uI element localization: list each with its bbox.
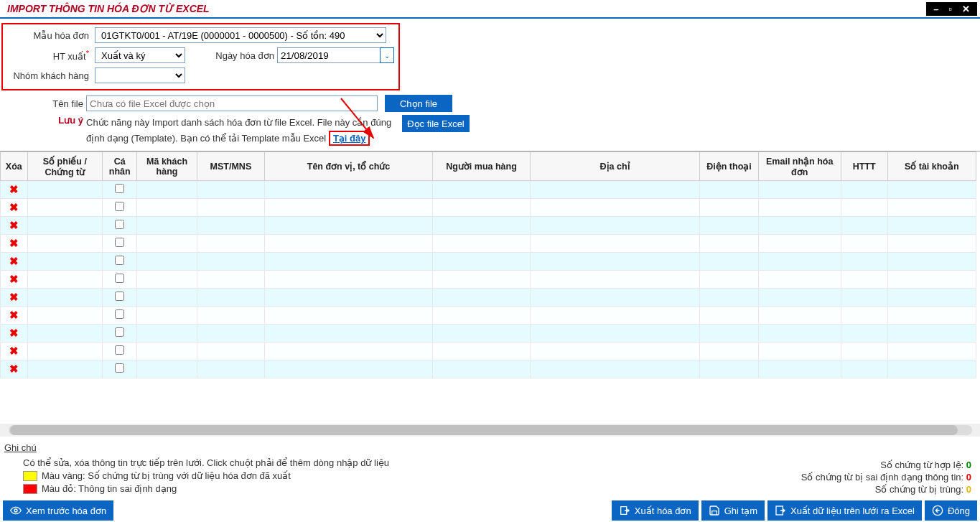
excel-export-icon (775, 505, 786, 516)
label-ten-file: Tên file (1, 98, 83, 109)
delete-row-icon[interactable]: ✖ (9, 309, 19, 321)
date-picker-button[interactable]: ⌄ (380, 47, 394, 63)
btn-ghi-tam[interactable]: Ghi tạm (701, 500, 765, 521)
save-icon (709, 505, 720, 516)
delete-row-icon[interactable]: ✖ (9, 291, 19, 303)
table-row[interactable]: ✖ (1, 217, 976, 235)
delete-row-icon[interactable]: ✖ (9, 201, 19, 213)
input-ten-file (86, 95, 378, 111)
link-tai-day[interactable]: Tại đây (329, 131, 370, 146)
label-luu-y: Lưu ý (1, 115, 83, 126)
checkbox-ca-nhan[interactable] (115, 327, 124, 337)
maximize-icon[interactable]: ▫ (948, 4, 952, 14)
checkbox-ca-nhan[interactable] (115, 363, 124, 373)
table-row[interactable]: ✖ (1, 342, 976, 360)
table-row[interactable]: ✖ (1, 307, 976, 325)
col-header[interactable]: HTTT (841, 152, 887, 181)
btn-dong[interactable]: Đóng (925, 500, 977, 521)
col-header[interactable]: Xóa (1, 152, 28, 181)
btn-xuat-excel[interactable]: Xuất dữ liệu trên lưới ra Excel (767, 500, 922, 521)
stats-panel: Số chứng từ hợp lệ: 0 Số chứng từ bị sai… (801, 458, 971, 496)
checkbox-ca-nhan[interactable] (115, 292, 124, 301)
delete-row-icon[interactable]: ✖ (9, 363, 19, 375)
select-nhom-khach-hang[interactable] (95, 67, 185, 83)
col-header[interactable]: Người mua hàng (433, 152, 531, 181)
input-ngay-hoa-don[interactable] (277, 47, 381, 63)
select-mau-hoa-don[interactable]: 01GTKT0/001 - AT/19E (0000001 - 0000500)… (95, 27, 386, 43)
minimize-icon[interactable]: – (933, 4, 938, 14)
checkbox-ca-nhan[interactable] (115, 184, 124, 193)
stat-sai-dinh-dang: 0 (966, 472, 971, 483)
note-text: Chức năng này Import danh sách hóa đơn t… (86, 115, 395, 146)
window-title: IMPORT THÔNG TIN HÓA ĐƠN TỪ EXCEL (3, 3, 210, 14)
select-ht-xuat[interactable]: Xuất và ký (95, 47, 185, 63)
col-header[interactable]: Địa chỉ (530, 152, 699, 181)
horizontal-scrollbar[interactable] (0, 424, 980, 437)
label-nhom-khach-hang: Nhóm khách hàng (7, 70, 89, 81)
table-row[interactable]: ✖ (1, 289, 976, 307)
ghi-chu-title: Ghi chú (4, 442, 976, 453)
checkbox-ca-nhan[interactable] (115, 202, 124, 211)
label-ngay-hoa-don: Ngày hóa đơn (195, 50, 274, 61)
btn-xuat-hoa-don[interactable]: Xuất hóa đơn (612, 500, 699, 521)
btn-doc-file-excel[interactable]: Đọc file Excel (402, 115, 470, 132)
export-icon (619, 505, 630, 516)
window-controls: – ▫ ✕ (926, 2, 977, 16)
eye-icon (10, 505, 22, 516)
col-header[interactable]: Số tài khoản (887, 152, 976, 181)
col-header[interactable]: Email nhận hóa đơn (758, 152, 841, 181)
checkbox-ca-nhan[interactable] (115, 345, 124, 355)
stat-trung: 0 (966, 484, 971, 495)
swatch-red (23, 484, 37, 494)
checkbox-ca-nhan[interactable] (115, 220, 124, 229)
col-header[interactable]: Số phiếu / Chứng từ (27, 152, 103, 181)
col-header[interactable]: Mã khách hàng (137, 152, 197, 181)
table-row[interactable]: ✖ (1, 199, 976, 217)
btn-xem-truoc[interactable]: Xem trước hóa đơn (3, 500, 113, 521)
col-header[interactable]: MST/MNS (197, 152, 264, 181)
swatch-yellow (23, 471, 37, 481)
table-row[interactable]: ✖ (1, 253, 976, 271)
back-icon (932, 505, 943, 516)
delete-row-icon[interactable]: ✖ (9, 327, 19, 339)
table-row[interactable]: ✖ (1, 235, 976, 253)
table-row[interactable]: ✖ (1, 325, 976, 342)
svg-point-1 (14, 509, 17, 512)
table-row[interactable]: ✖ (1, 360, 976, 378)
delete-row-icon[interactable]: ✖ (9, 219, 19, 231)
checkbox-ca-nhan[interactable] (115, 274, 124, 283)
checkbox-ca-nhan[interactable] (115, 256, 124, 265)
btn-chon-file[interactable]: Chọn file (385, 95, 452, 112)
stat-hop-le: 0 (966, 460, 971, 470)
delete-row-icon[interactable]: ✖ (9, 237, 19, 249)
col-header[interactable]: Tên đơn vị, tổ chức (264, 152, 432, 181)
checkbox-ca-nhan[interactable] (115, 238, 124, 247)
delete-row-icon[interactable]: ✖ (9, 255, 19, 267)
close-icon[interactable]: ✕ (962, 4, 970, 14)
delete-row-icon[interactable]: ✖ (9, 345, 19, 357)
form-highlight-box: Mẫu hóa đơn 01GTKT0/001 - AT/19E (000000… (1, 23, 400, 90)
data-grid: XóaSố phiếu / Chứng từCá nhânMã khách hà… (0, 151, 980, 421)
col-header[interactable]: Cá nhân (103, 152, 137, 181)
delete-row-icon[interactable]: ✖ (9, 183, 19, 195)
delete-row-icon[interactable]: ✖ (9, 273, 19, 285)
label-ht-xuat: HT xuất (7, 49, 89, 62)
col-header[interactable]: Điện thoại (700, 152, 759, 181)
checkbox-ca-nhan[interactable] (115, 309, 124, 319)
table-row[interactable]: ✖ (1, 181, 976, 199)
table-row[interactable]: ✖ (1, 271, 976, 289)
label-mau-hoa-don: Mẫu hóa đơn (7, 30, 89, 41)
